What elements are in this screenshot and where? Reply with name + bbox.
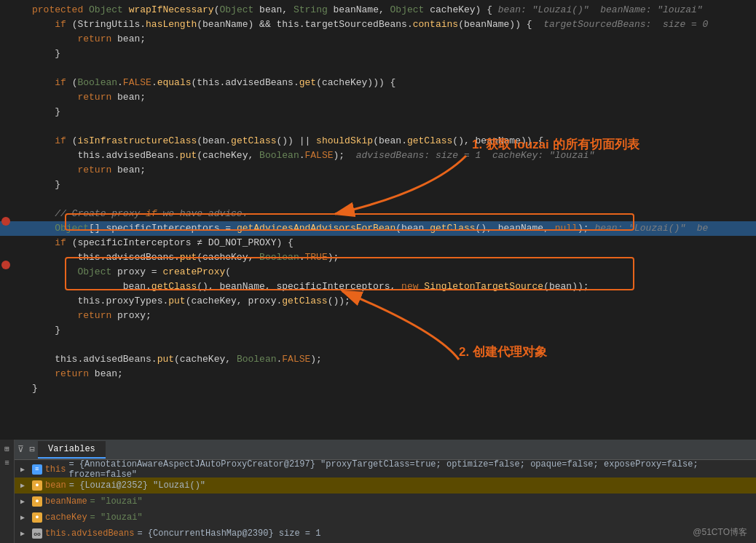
var-type-icon-bean: ● bbox=[32, 480, 42, 491]
code-content-11: this.advisedBeans.put(cacheKey, Boolean.… bbox=[26, 148, 756, 163]
code-content-12: return bean; bbox=[26, 163, 756, 178]
code-content-27: } bbox=[26, 381, 756, 396]
expand-icon-bean[interactable]: ▶ bbox=[20, 481, 32, 490]
code-content-1: protected Object wrapIfNecessary(Object … bbox=[26, 3, 756, 17]
code-line-12: return bean; bbox=[0, 163, 756, 178]
var-type-icon-advisedbeans: oo bbox=[32, 528, 42, 539]
var-item-beanname[interactable]: ▶ ● beanName = "louzai" bbox=[15, 494, 756, 510]
var-type-icon-beanname: ● bbox=[32, 496, 42, 507]
sidebar-icon-grid[interactable]: ⊞ bbox=[1, 443, 13, 454]
var-name-this: this bbox=[45, 464, 66, 475]
var-type-icon-cachekey: ● bbox=[32, 512, 42, 523]
code-line-3: return bean; bbox=[0, 32, 756, 47]
code-line-11: this.advisedBeans.put(cacheKey, Boolean.… bbox=[0, 148, 756, 163]
var-value-advisedbeans: = {ConcurrentHashMap@2390} size = 1 bbox=[137, 528, 320, 539]
code-content-21: this.proxyTypes.put(cacheKey, proxy.getC… bbox=[26, 294, 756, 309]
expand-icon-cachekey[interactable]: ▶ bbox=[20, 513, 32, 522]
bottom-content: ⊽ ⊟ Variables ▶ ≡ this = {AnnotationAwar… bbox=[15, 440, 756, 543]
panel-tabs: ⊽ ⊟ Variables bbox=[15, 440, 756, 460]
code-content-25: this.advisedBeans.put(cacheKey, Boolean.… bbox=[26, 352, 756, 367]
code-line-10: if (isInfrastructureClass(bean.getClass(… bbox=[0, 134, 756, 148]
code-line-14 bbox=[0, 192, 756, 207]
code-line-26: return bean; bbox=[0, 367, 756, 381]
var-item-advisedbeans[interactable]: ▶ oo this.advisedBeans = {ConcurrentHash… bbox=[15, 526, 756, 542]
code-editor: protected Object wrapIfNecessary(Object … bbox=[0, 0, 756, 440]
variables-list: ▶ ≡ this = {AnnotationAwareAspectJAutoPr… bbox=[15, 460, 756, 543]
code-content-26: return bean; bbox=[26, 367, 756, 381]
code-line-25: this.advisedBeans.put(cacheKey, Boolean.… bbox=[0, 352, 756, 367]
code-content-17: if (specificInterceptors ≠ DO_NOT_PROXY)… bbox=[26, 236, 756, 250]
code-content-3: return bean; bbox=[26, 32, 756, 47]
code-content-20: bean.getClass(), beanName, specificInter… bbox=[26, 280, 756, 294]
expand-icon-beanname[interactable]: ▶ bbox=[20, 497, 32, 506]
code-line-16: Object[] specificInterceptors = getAdvic… bbox=[0, 221, 756, 236]
code-line-4: } bbox=[0, 47, 756, 61]
code-content-18: this.advisedBeans.put(cacheKey, Boolean.… bbox=[26, 250, 756, 265]
var-item-this[interactable]: ▶ ≡ this = {AnnotationAwareAspectJAutoPr… bbox=[15, 461, 756, 477]
code-content-13: } bbox=[26, 178, 756, 192]
code-line-18: this.advisedBeans.put(cacheKey, Boolean.… bbox=[0, 250, 756, 265]
var-item-cachekey[interactable]: ▶ ● cacheKey = "louzai" bbox=[15, 510, 756, 526]
code-line-27: } bbox=[0, 381, 756, 396]
left-sidebar: ⊞ ≡ bbox=[0, 440, 15, 543]
var-value-this: = {AnnotationAwareAspectJAutoProxyCreato… bbox=[68, 460, 756, 480]
code-content-19: Object proxy = createProxy( bbox=[26, 265, 756, 280]
code-content-2: if (StringUtils.hasLength(beanName) && t… bbox=[26, 17, 756, 32]
var-type-icon-this: ≡ bbox=[32, 464, 42, 475]
var-value-beanname: = "louzai" bbox=[90, 496, 143, 507]
code-content-23: } bbox=[26, 323, 756, 338]
code-content-4: } bbox=[26, 47, 756, 61]
code-line-17: if (specificInterceptors ≠ DO_NOT_PROXY)… bbox=[0, 236, 756, 250]
code-content-8: } bbox=[26, 105, 756, 119]
bottom-panel: ⊞ ≡ ⊽ ⊟ Variables ▶ ≡ this = {Annotation… bbox=[0, 440, 756, 543]
code-line-6: if (Boolean.FALSE.equals(this.advisedBea… bbox=[0, 76, 756, 90]
code-content-10: if (isInfrastructureClass(bean.getClass(… bbox=[26, 134, 756, 148]
tab-variables[interactable]: Variables bbox=[38, 441, 106, 459]
breakpoint[interactable] bbox=[1, 217, 10, 226]
code-line-13: } bbox=[0, 178, 756, 192]
code-content-6: if (Boolean.FALSE.equals(this.advisedBea… bbox=[26, 76, 756, 90]
var-value-bean: = {Louzai@2352} "Louzai()" bbox=[69, 480, 205, 491]
var-name-beanname: beanName bbox=[45, 496, 87, 507]
layout-icon[interactable]: ⊟ bbox=[26, 444, 38, 456]
watermark: @51CTO博客 bbox=[693, 526, 747, 539]
code-line-21: this.proxyTypes.put(cacheKey, proxy.getC… bbox=[0, 294, 756, 309]
code-line-23: } bbox=[0, 323, 756, 338]
var-item-bean[interactable]: ▶ ● bean = {Louzai@2352} "Louzai()" bbox=[15, 477, 756, 494]
code-content-15: // Create proxy if we have advice. bbox=[26, 207, 756, 221]
code-line-8: } bbox=[0, 105, 756, 119]
expand-icon-this[interactable]: ▶ bbox=[20, 465, 32, 474]
filter-icon[interactable]: ⊽ bbox=[15, 444, 26, 456]
code-line-7: return bean; bbox=[0, 90, 756, 105]
code-line-9 bbox=[0, 119, 756, 134]
code-line-20: bean.getClass(), beanName, specificInter… bbox=[0, 280, 756, 294]
breakpoint[interactable] bbox=[1, 261, 10, 269]
expand-icon-advisedbeans[interactable]: ▶ bbox=[20, 529, 32, 538]
code-line-22: return proxy; bbox=[0, 309, 756, 323]
var-name-bean: bean bbox=[45, 480, 66, 491]
sidebar-icon-lines[interactable]: ≡ bbox=[1, 457, 13, 469]
var-name-advisedbeans: this.advisedBeans bbox=[45, 528, 134, 539]
code-line-24 bbox=[0, 338, 756, 352]
var-name-cachekey: cacheKey bbox=[45, 512, 87, 523]
code-line-15: // Create proxy if we have advice. bbox=[0, 207, 756, 221]
code-line-1: protected Object wrapIfNecessary(Object … bbox=[0, 3, 756, 17]
code-content-16: Object[] specificInterceptors = getAdvic… bbox=[26, 221, 756, 236]
code-content-7: return bean; bbox=[26, 90, 756, 105]
code-line-2: if (StringUtils.hasLength(beanName) && t… bbox=[0, 17, 756, 32]
code-line-5 bbox=[0, 61, 756, 76]
code-line-19: Object proxy = createProxy( bbox=[0, 265, 756, 280]
code-content-22: return proxy; bbox=[26, 309, 756, 323]
var-value-cachekey: = "louzai" bbox=[90, 512, 143, 523]
